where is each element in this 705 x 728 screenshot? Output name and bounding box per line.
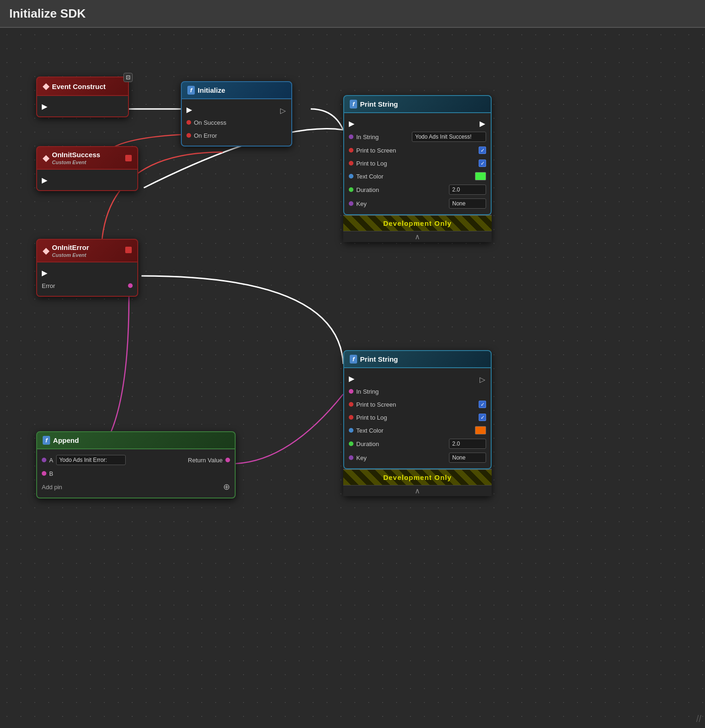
event-construct-header: ◆ Event Construct ⊡	[36, 77, 129, 96]
dev-only-text-1: Development Only	[383, 219, 452, 227]
print-string-1-body: ▶ ▶ In String Print to Screen ✓ Print to…	[343, 113, 492, 215]
print-to-screen-row-2: Print to Screen ✓	[344, 398, 491, 411]
print-log-pin	[349, 161, 353, 166]
print-log-pin-2	[349, 415, 353, 420]
print-string-2-header: f Print String	[343, 350, 492, 368]
exec-out-row-3: ▶	[37, 266, 137, 279]
append-body: A Return Value B Add pin ⊕	[36, 449, 236, 498]
func-icon-init: f	[187, 86, 195, 95]
print-screen-check-2[interactable]: ✓	[479, 401, 486, 408]
error-data-pin	[128, 283, 133, 288]
key-pin	[349, 201, 353, 206]
key-input[interactable]	[449, 198, 486, 209]
duration-label-2: Duration	[356, 441, 446, 447]
exec-out-print1: ▶	[480, 120, 486, 127]
on-init-error-node: ◆ OnInitError Custom Event ▶ Error	[36, 239, 138, 297]
return-value-right: Return Value	[188, 457, 230, 464]
duration-row: Duration	[344, 183, 491, 197]
key-input-2[interactable]	[449, 453, 486, 463]
page-title: Initialize SDK	[9, 6, 86, 21]
error-pin-label: Error	[42, 282, 125, 289]
print-screen-check[interactable]: ✓	[479, 147, 486, 154]
print-to-log-row: Print to Log ✓	[344, 157, 491, 170]
key-pin-2	[349, 455, 353, 460]
blueprint-canvas[interactable]: ◆ Event Construct ⊡ ▶ ◆ OnInitSuccess Cu…	[0, 28, 705, 728]
duration-input-2[interactable]	[449, 439, 486, 449]
on-init-success-pin	[125, 155, 132, 161]
on-error-label: On Error	[194, 132, 287, 139]
a-row: A Return Value	[37, 453, 235, 467]
append-label: Append	[53, 436, 79, 444]
print-string-2-label: Print String	[360, 355, 398, 363]
print-string-2-node: f Print String ▶ ▷ In String Print to Sc…	[343, 350, 492, 496]
a-left: A	[42, 455, 126, 465]
print-log-label-2: Print to Log	[356, 414, 476, 421]
print-screen-label: Print to Screen	[356, 147, 476, 154]
event-construct-label: Event Construct	[52, 83, 106, 90]
a-pin	[42, 458, 46, 462]
diamond-icon-3: ◆	[43, 246, 49, 256]
error-pin-row: Error	[37, 279, 137, 292]
text-color-label: Text Color	[356, 173, 472, 180]
duration-row-2: Duration	[344, 437, 491, 451]
on-init-error-header: ◆ OnInitError Custom Event	[36, 239, 138, 262]
print-screen-pin-2	[349, 402, 353, 407]
a-label: A	[49, 457, 53, 464]
on-init-error-col: OnInitError Custom Event	[52, 243, 89, 258]
print-log-check-2[interactable]: ✓	[479, 414, 486, 421]
on-success-row: On Success	[182, 116, 291, 129]
initialize-node: f Initialize ▶ ▷ On Success On Error	[181, 81, 292, 147]
text-color-swatch-2[interactable]	[475, 426, 486, 434]
return-value-pin	[225, 458, 230, 462]
exec-out-row: ▶	[37, 100, 128, 113]
on-error-pin	[186, 133, 191, 138]
in-string-label-2: In String	[356, 388, 486, 395]
text-color-pin	[349, 174, 353, 179]
on-init-error-pin	[125, 247, 132, 253]
b-row: B	[37, 467, 235, 480]
print-string-1-node: f Print String ▶ ▶ In String Print to Sc…	[343, 95, 492, 242]
exec-out-row-2: ▶	[37, 173, 137, 186]
corner-decoration: //	[696, 714, 701, 724]
append-header: f Append	[36, 431, 236, 449]
exec-pin-2: ▶	[42, 177, 48, 183]
print-log-check[interactable]: ✓	[479, 160, 486, 167]
exec-in-init: ▶	[186, 106, 193, 113]
duration-input[interactable]	[449, 185, 486, 195]
event-construct-node: ◆ Event Construct ⊡ ▶	[36, 77, 129, 117]
print-log-label: Print to Log	[356, 160, 476, 167]
on-success-pin	[186, 120, 191, 125]
dev-only-chevron-2[interactable]: ∧	[343, 485, 492, 496]
on-init-success-header: ◆ OnInitSuccess Custom Event	[36, 146, 138, 170]
dev-only-banner-2: Development Only	[343, 469, 492, 485]
add-pin-label: Add pin	[42, 484, 218, 491]
b-label: B	[49, 470, 230, 477]
duration-pin	[349, 187, 353, 192]
print-to-log-row-2: Print to Log ✓	[344, 411, 491, 424]
on-init-success-node: ◆ OnInitSuccess Custom Event ▶	[36, 146, 138, 191]
in-string-input[interactable]	[412, 132, 486, 142]
exec-row-print1: ▶ ▶	[344, 117, 491, 130]
camera-icon: ⊡	[123, 73, 133, 82]
initialize-label: Initialize	[198, 86, 225, 94]
exec-in-print1: ▶	[349, 120, 355, 127]
text-color-row-2: Text Color	[344, 424, 491, 437]
dev-only-chevron-1[interactable]: ∧	[343, 231, 492, 242]
on-init-success-subtitle: Custom Event	[52, 160, 100, 165]
text-color-swatch[interactable]	[475, 172, 486, 180]
duration-pin-2	[349, 441, 353, 446]
a-input[interactable]	[56, 455, 126, 465]
exec-row-print2: ▶ ▷	[344, 372, 491, 385]
func-icon-append: f	[43, 436, 50, 445]
in-string-row: In String	[344, 130, 491, 144]
initialize-header: f Initialize	[181, 81, 292, 99]
on-error-row: On Error	[182, 129, 291, 142]
in-string-label: In String	[356, 134, 409, 140]
on-init-error-body: ▶ Error	[36, 262, 138, 297]
print-string-1-header: f Print String	[343, 95, 492, 113]
add-pin-row: Add pin ⊕	[37, 480, 235, 494]
on-init-success-label: OnInitSuccess	[52, 151, 100, 159]
in-string-pin-2	[349, 389, 353, 394]
b-pin	[42, 471, 46, 476]
add-pin-icon[interactable]: ⊕	[223, 482, 230, 492]
